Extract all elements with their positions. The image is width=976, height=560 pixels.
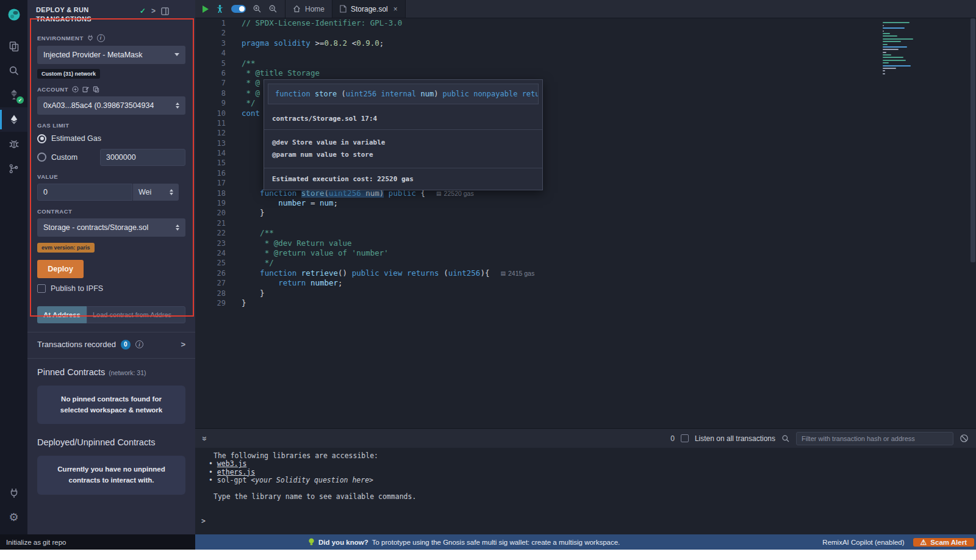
- home-icon: [293, 5, 301, 13]
- at-address-button[interactable]: At Address: [37, 306, 87, 323]
- terminal-prompt[interactable]: >: [201, 517, 970, 525]
- zoom-in-icon[interactable]: [253, 4, 262, 13]
- tooltip-location: contracts/Storage.sol 17:4: [264, 108, 542, 129]
- library-link[interactable]: web3.js: [217, 459, 246, 468]
- value-input[interactable]: [37, 184, 132, 201]
- scam-alert-button[interactable]: ⚠ Scam Alert: [913, 538, 974, 547]
- transactions-count-badge: 0: [121, 340, 131, 350]
- code-line: 19 number = num;: [195, 198, 976, 208]
- line-number: 15: [195, 158, 226, 168]
- environment-select[interactable]: Injected Provider - MetaMask: [37, 46, 185, 64]
- estimated-gas-radio[interactable]: [37, 134, 46, 143]
- listen-transactions-checkbox[interactable]: [681, 434, 689, 442]
- line-number: 28: [195, 289, 226, 298]
- git-branch-icon[interactable]: [0, 156, 27, 181]
- account-select[interactable]: 0xA03...85ac4 (0.398673504934: [37, 96, 185, 115]
- zoom-out-icon[interactable]: [268, 4, 278, 13]
- remix-logo-icon[interactable]: [0, 0, 27, 29]
- publish-ipfs-label: Publish to IPFS: [51, 284, 103, 293]
- transactions-recorded-label: Transactions recorded: [37, 340, 116, 349]
- line-number: 26: [195, 268, 226, 278]
- debugger-icon[interactable]: [0, 132, 27, 156]
- custom-gas-label: Custom: [51, 153, 77, 162]
- git-init-button[interactable]: Initialize as git repo: [0, 534, 195, 550]
- code-line: 21: [195, 218, 976, 228]
- transactions-expand-icon[interactable]: >: [181, 340, 185, 349]
- panel-expand-icon[interactable]: >: [151, 7, 156, 15]
- custom-gas-radio[interactable]: [37, 153, 46, 162]
- code-line: 1// SPDX-License-Identifier: GPL-3.0: [195, 18, 976, 28]
- add-account-icon[interactable]: [72, 86, 79, 93]
- evm-version-badge: evm version: paris: [37, 243, 95, 253]
- pin-panel-icon[interactable]: [161, 7, 169, 15]
- clear-console-icon[interactable]: [960, 434, 969, 443]
- run-script-icon[interactable]: [203, 5, 209, 13]
- pinned-contracts-header: Pinned Contracts (network: 31): [27, 359, 195, 377]
- line-number: 22: [195, 228, 226, 238]
- code-editor[interactable]: 1// SPDX-License-Identifier: GPL-3.023pr…: [195, 18, 976, 428]
- minimap[interactable]: [883, 21, 918, 76]
- code-line: 28 }: [195, 289, 976, 298]
- terminal[interactable]: The following libraries are accessible:•…: [195, 448, 976, 534]
- solidity-compiler-icon[interactable]: ✓: [0, 83, 27, 107]
- accessibility-icon[interactable]: [215, 4, 224, 13]
- remix-ide-app: ✓ ⚙ DEPLOY & RUN TRANSACTIONS: [0, 0, 976, 560]
- line-number: 6: [195, 68, 226, 78]
- plug-icon[interactable]: [87, 35, 93, 41]
- environment-info-icon[interactable]: i: [97, 34, 105, 42]
- toggle-switch-icon[interactable]: [231, 5, 246, 13]
- search-icon[interactable]: [0, 59, 27, 83]
- panel-check-icon: ✓: [140, 7, 146, 15]
- settings-gear-icon[interactable]: ⚙: [0, 505, 27, 529]
- editor-scrollbar[interactable]: [971, 18, 975, 262]
- line-number: 20: [195, 208, 226, 218]
- line-number: 2: [195, 28, 226, 38]
- plugin-manager-icon[interactable]: [0, 481, 27, 505]
- transactions-info-icon[interactable]: i: [135, 340, 143, 348]
- terminal-search-icon[interactable]: [781, 434, 790, 443]
- code-line: 20 }: [195, 208, 976, 218]
- copy-address-icon[interactable]: [93, 86, 99, 93]
- tab-storage-sol[interactable]: Storage.sol ×: [332, 0, 406, 18]
- contract-label: CONTRACT: [37, 208, 185, 215]
- contract-select[interactable]: Storage - contracts/Storage.sol: [37, 218, 185, 237]
- code-line: 24 * @return value of 'number': [195, 248, 976, 258]
- status-bar: Initialize as git repo Did you know? To …: [0, 534, 976, 550]
- line-number: 10: [195, 109, 226, 118]
- terminal-blank-line: [201, 509, 970, 517]
- transaction-count: 0: [670, 434, 675, 443]
- account-value: 0xA03...85ac4 (0.398673504934: [43, 101, 154, 110]
- publish-ipfs-checkbox[interactable]: [37, 284, 46, 293]
- natspec-line: @param num value to store: [272, 149, 534, 161]
- sign-message-icon[interactable]: [82, 86, 89, 93]
- terminal-blank-line: [201, 501, 970, 509]
- deploy-run-panel: DEPLOY & RUN TRANSACTIONS ✓ > ENVIRONMEN…: [27, 0, 195, 534]
- environment-label-row: ENVIRONMENT i: [37, 34, 185, 42]
- custom-gas-input[interactable]: [100, 149, 185, 166]
- at-address-input[interactable]: [87, 306, 185, 323]
- pinned-contracts-empty-message: No pinned contracts found for selected w…: [37, 386, 185, 425]
- line-number: 4: [195, 48, 226, 58]
- line-number: 13: [195, 138, 226, 148]
- library-link[interactable]: ethers.js: [217, 468, 255, 476]
- network-badge: Custom (31) network: [37, 69, 100, 79]
- tab-home[interactable]: Home: [285, 0, 332, 18]
- scam-alert-label: Scam Alert: [930, 539, 967, 546]
- panel-header: DEPLOY & RUN TRANSACTIONS ✓ >: [27, 0, 195, 27]
- gas-estimate-widget[interactable]: ▤2415 gas: [500, 268, 534, 278]
- deploy-button[interactable]: Deploy: [37, 260, 84, 278]
- code-line: 25 */: [195, 258, 976, 268]
- value-unit-select[interactable]: Wei: [133, 184, 179, 201]
- close-tab-icon[interactable]: ×: [393, 5, 398, 13]
- copilot-status[interactable]: RemixAI Copilot (enabled): [814, 539, 913, 546]
- custom-gas-option[interactable]: Custom: [37, 149, 185, 166]
- line-number: 7: [195, 78, 226, 88]
- terminal-blank-line: [201, 485, 970, 493]
- expand-terminal-icon[interactable]: »: [200, 436, 210, 441]
- estimated-gas-option[interactable]: Estimated Gas: [37, 134, 185, 143]
- publish-ipfs-row[interactable]: Publish to IPFS: [37, 284, 185, 293]
- terminal-output: The following libraries are accessible:•…: [201, 452, 970, 526]
- transaction-filter-input[interactable]: [796, 432, 953, 445]
- file-explorer-icon[interactable]: [0, 34, 27, 59]
- deploy-run-icon[interactable]: [0, 107, 27, 132]
